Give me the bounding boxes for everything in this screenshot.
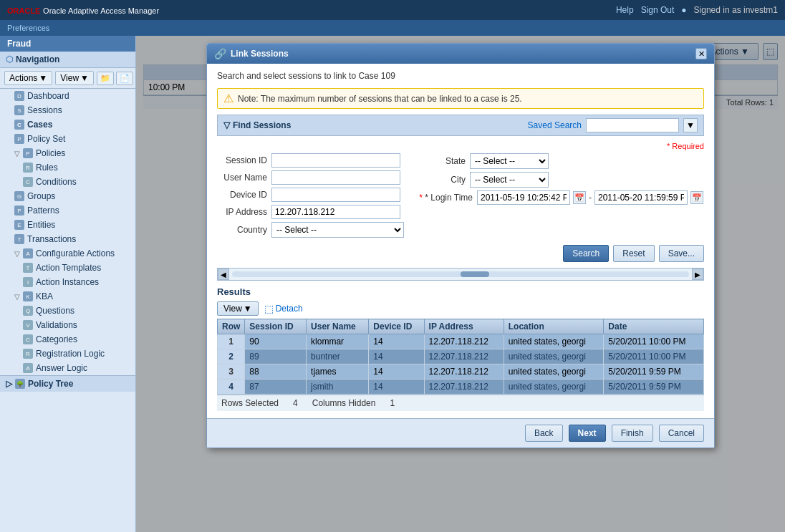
top-bar-left: ORACLE Oracle Adaptive Access Manager xyxy=(7,5,159,16)
horizontal-scrollbar[interactable]: ◀ ▶ xyxy=(217,268,704,281)
sidebar-item-conditions[interactable]: C Conditions xyxy=(0,175,135,189)
required-note: * Required xyxy=(217,142,704,150)
sidebar-item-rules[interactable]: R Rules xyxy=(0,160,135,175)
sidebar-item-action-templates[interactable]: T Action Templates xyxy=(0,261,135,275)
action-instances-icon: I xyxy=(23,277,33,287)
login-time-label: * * Login Time xyxy=(415,193,473,203)
sidebar-item-configurable-actions[interactable]: ▽ A Configurable Actions xyxy=(0,246,135,261)
sidebar-item-sessions[interactable]: S Sessions xyxy=(0,103,135,117)
city-select[interactable]: -- Select -- xyxy=(470,172,549,188)
login-time-from-input[interactable] xyxy=(477,190,570,205)
navigation-label: Navigation xyxy=(16,54,59,64)
table-row[interactable]: 388tjames1412.207.118.212united states, … xyxy=(218,364,704,379)
save-button[interactable]: Save... xyxy=(659,245,704,262)
kba-icon: K xyxy=(23,291,33,301)
saved-search-area: Saved Search ▼ xyxy=(528,118,698,132)
table-header-row: Row Session ID User Name Device ID IP Ad… xyxy=(218,319,704,334)
navigation-header: ⬡ Navigation xyxy=(0,52,135,68)
device-id-input[interactable] xyxy=(271,188,400,202)
form-left-col: Session ID User Name Device ID xyxy=(217,153,404,241)
cancel-button[interactable]: Cancel xyxy=(659,425,704,442)
collapse-icon[interactable]: ▽ xyxy=(223,120,230,130)
sidebar-item-validations[interactable]: V Validations xyxy=(0,318,135,332)
dialog-footer: Back Next Finish Cancel xyxy=(207,418,714,448)
col-location[interactable]: Location xyxy=(504,319,604,334)
state-select[interactable]: -- Select -- xyxy=(470,153,549,169)
kba-expand-icon: ▽ xyxy=(14,293,20,301)
session-id-label: Session ID xyxy=(217,155,267,165)
sidebar-item-categories[interactable]: C Categories xyxy=(0,332,135,347)
top-bar: ORACLE Oracle Adaptive Access Manager He… xyxy=(0,0,785,20)
login-time-to-cal-btn[interactable]: 📅 xyxy=(690,191,703,204)
sign-out-link[interactable]: Sign Out xyxy=(641,5,675,15)
login-time-to-input[interactable] xyxy=(594,190,688,205)
user-name-input[interactable] xyxy=(271,170,400,185)
sidebar-item-patterns[interactable]: P Patterns xyxy=(0,203,135,218)
sidebar-item-entities[interactable]: E Entities xyxy=(0,218,135,232)
fraud-tab[interactable]: Fraud xyxy=(0,36,135,52)
table-row[interactable]: 487jsmith1412.207.118.212united states, … xyxy=(218,379,704,395)
results-view-button[interactable]: View ▼ xyxy=(217,301,259,316)
saved-search-dropdown-btn[interactable]: ▼ xyxy=(683,118,698,132)
signed-in-label: Signed in as investm1 xyxy=(694,5,778,15)
ip-address-label: IP Address xyxy=(217,207,267,217)
sidebar-item-policy-set[interactable]: P Policy Set xyxy=(0,132,135,146)
rows-selected-value: 4 xyxy=(293,398,298,408)
col-device-id[interactable]: Device ID xyxy=(369,319,424,334)
results-table: Row Session ID User Name Device ID IP Ad… xyxy=(217,319,704,395)
reset-button[interactable]: Reset xyxy=(613,245,654,262)
scroll-left-arrow[interactable]: ◀ xyxy=(218,269,229,280)
config-actions-expand-icon: ▽ xyxy=(14,250,20,258)
login-time-row: * * Login Time 📅 - 📅 xyxy=(415,190,703,205)
rules-icon: R xyxy=(23,163,33,173)
sidebar-item-kba[interactable]: ▽ K KBA xyxy=(0,289,135,304)
sidebar-item-policies[interactable]: ▽ P Policies xyxy=(0,146,135,160)
session-id-input[interactable] xyxy=(271,153,400,168)
user-name-label: User Name xyxy=(217,173,267,183)
login-time-from-cal-btn[interactable]: 📅 xyxy=(573,191,586,204)
patterns-icon: P xyxy=(14,205,24,216)
ip-address-input[interactable] xyxy=(271,205,400,219)
finish-button[interactable]: Finish xyxy=(612,425,653,442)
sidebar-item-cases[interactable]: C Cases xyxy=(0,117,135,132)
ip-address-row: IP Address xyxy=(217,205,404,219)
sidebar-item-transactions[interactable]: T Transactions xyxy=(0,232,135,246)
preferences-link[interactable]: Preferences xyxy=(7,24,49,32)
policy-set-icon: P xyxy=(14,134,24,144)
sidebar-item-answer-logic[interactable]: A Answer Logic xyxy=(0,361,135,375)
city-row: City -- Select -- xyxy=(415,172,703,188)
col-session-id[interactable]: Session ID xyxy=(245,319,307,334)
col-user-name[interactable]: User Name xyxy=(307,319,369,334)
form-section: Session ID User Name Device ID xyxy=(217,153,704,241)
action-templates-icon: T xyxy=(23,263,33,273)
find-sessions-header: ▽ Find Sessions Saved Search ▼ xyxy=(217,115,704,136)
user-name-row: User Name xyxy=(217,170,404,185)
country-select[interactable]: -- Select -- xyxy=(271,222,404,238)
col-ip-address[interactable]: IP Address xyxy=(424,319,504,334)
col-date[interactable]: Date xyxy=(604,319,704,334)
sidebar-folder-btn[interactable]: 📁 xyxy=(97,72,114,85)
policy-tree-bar[interactable]: ▷ 🌳 Policy Tree xyxy=(0,375,135,392)
find-sessions-title: ▽ Find Sessions xyxy=(223,120,291,130)
scroll-right-arrow[interactable]: ▶ xyxy=(692,269,703,280)
saved-search-input[interactable] xyxy=(586,118,679,132)
back-button[interactable]: Back xyxy=(525,425,563,442)
detach-button[interactable]: ⬚ Detach xyxy=(264,303,303,314)
sidebar-item-questions[interactable]: Q Questions xyxy=(0,304,135,318)
sidebar-item-action-instances[interactable]: I Action Instances xyxy=(0,275,135,289)
search-button[interactable]: Search xyxy=(563,245,609,262)
dialog-header: 🔗 Link Sessions ✕ xyxy=(207,44,714,64)
sidebar-new-btn[interactable]: 📄 xyxy=(116,72,133,85)
table-row[interactable]: 190klommar1412.207.118.212united states,… xyxy=(218,334,704,349)
help-link[interactable]: Help xyxy=(616,5,634,15)
actions-button[interactable]: Actions ▼ xyxy=(4,71,52,85)
sidebar-item-dashboard[interactable]: D Dashboard xyxy=(0,89,135,103)
next-button[interactable]: Next xyxy=(569,425,606,442)
sidebar-item-registration-logic[interactable]: R Registration Logic xyxy=(0,347,135,361)
detach-icon: ⬚ xyxy=(264,303,274,314)
view-button[interactable]: View ▼ xyxy=(55,71,94,85)
validations-icon: V xyxy=(23,320,33,330)
sidebar-item-groups[interactable]: G Groups xyxy=(0,189,135,203)
table-row[interactable]: 289buntner1412.207.118.212united states,… xyxy=(218,349,704,364)
dialog-close-button[interactable]: ✕ xyxy=(695,48,707,59)
